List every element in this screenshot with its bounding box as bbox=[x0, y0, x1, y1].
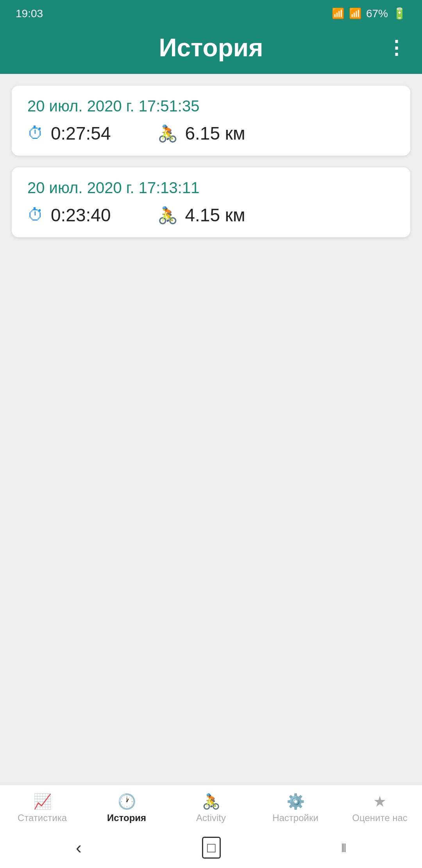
rate-icon: ★ bbox=[373, 793, 386, 810]
wifi-icon: 📶 bbox=[332, 7, 344, 20]
activity-date-1: 20 июл. 2020 г. 17:51:35 bbox=[27, 97, 395, 115]
nav-label-rate: Оцените нас bbox=[352, 812, 408, 823]
bike-icon-2: 🚴 bbox=[157, 206, 178, 225]
history-icon: 🕐 bbox=[118, 793, 136, 810]
distance-value-2: 4.15 км bbox=[185, 204, 245, 226]
signal-icon: 📶 bbox=[349, 7, 361, 20]
nav-item-statistics[interactable]: 📈 Статистика bbox=[11, 793, 73, 823]
nav-label-history: История bbox=[107, 812, 146, 823]
nav-item-settings[interactable]: ⚙️ Настройки bbox=[264, 793, 327, 823]
activity-date-2: 20 июл. 2020 г. 17:13:11 bbox=[27, 179, 395, 197]
top-bar: История ⋮ bbox=[0, 24, 422, 74]
activity-card-1[interactable]: 20 июл. 2020 г. 17:51:35 ⏱ 0:27:54 🚴 6.1… bbox=[12, 86, 410, 156]
distance-value-1: 6.15 км bbox=[185, 123, 245, 144]
activity-stats-1: ⏱ 0:27:54 🚴 6.15 км bbox=[27, 123, 395, 144]
nav-item-rate[interactable]: ★ Оцените нас bbox=[349, 793, 411, 823]
more-menu-button[interactable]: ⋮ bbox=[387, 37, 406, 59]
statistics-icon: 📈 bbox=[33, 793, 52, 810]
nav-label-settings: Настройки bbox=[272, 812, 318, 823]
status-bar: 19:03 📶 📶 67% 🔋 bbox=[0, 0, 422, 24]
bike-icon-1: 🚴 bbox=[157, 124, 178, 143]
home-button[interactable]: □ bbox=[202, 837, 221, 859]
activity-stats-2: ⏱ 0:23:40 🚴 4.15 км bbox=[27, 204, 395, 226]
recent-button[interactable]: ⦀ bbox=[341, 841, 346, 855]
nav-item-history[interactable]: 🕐 История bbox=[95, 793, 158, 823]
status-right: 📶 📶 67% 🔋 bbox=[332, 7, 406, 20]
clock-icon-1: ⏱ bbox=[27, 124, 44, 143]
content-area: 20 июл. 2020 г. 17:51:35 ⏱ 0:27:54 🚴 6.1… bbox=[0, 74, 422, 785]
nav-label-statistics: Статистика bbox=[18, 812, 67, 823]
activity-card-2[interactable]: 20 июл. 2020 г. 17:13:11 ⏱ 0:23:40 🚴 4.1… bbox=[12, 167, 410, 237]
battery-label: 67% bbox=[366, 7, 388, 20]
activity-icon: 🚴 bbox=[202, 793, 220, 810]
android-nav: ‹ □ ⦀ bbox=[0, 827, 422, 868]
distance-stat-2: 🚴 4.15 км bbox=[157, 204, 245, 226]
distance-stat-1: 🚴 6.15 км bbox=[157, 123, 245, 144]
nav-label-activity: Activity bbox=[196, 812, 226, 823]
duration-value-1: 0:27:54 bbox=[51, 123, 111, 144]
battery-icon: 🔋 bbox=[393, 7, 406, 20]
settings-icon: ⚙️ bbox=[286, 793, 305, 810]
duration-value-2: 0:23:40 bbox=[51, 204, 111, 226]
back-button[interactable]: ‹ bbox=[76, 838, 82, 857]
bottom-nav: 📈 Статистика 🕐 История 🚴 Activity ⚙️ Нас… bbox=[0, 785, 422, 827]
duration-stat-2: ⏱ 0:23:40 bbox=[27, 204, 111, 226]
duration-stat-1: ⏱ 0:27:54 bbox=[27, 123, 111, 144]
clock-icon-2: ⏱ bbox=[27, 206, 44, 224]
nav-item-activity[interactable]: 🚴 Activity bbox=[180, 793, 242, 823]
page-title: История bbox=[159, 33, 263, 62]
status-time: 19:03 bbox=[16, 7, 43, 20]
